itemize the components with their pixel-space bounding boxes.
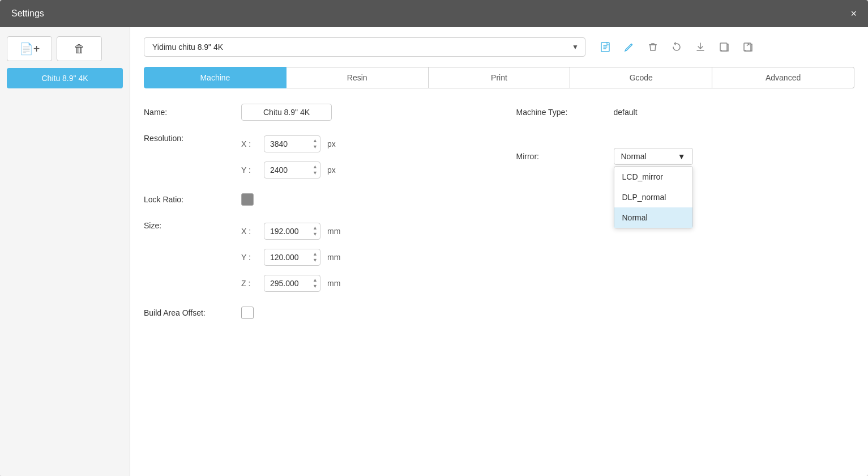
resolution-y-arrows: ▲ ▼ [311, 164, 319, 176]
size-label: Size: [144, 221, 234, 230]
tab-resin[interactable]: Resin [287, 67, 429, 88]
toolbar-icons [595, 36, 759, 58]
resolution-y-down[interactable]: ▼ [311, 170, 319, 176]
trash-icon [647, 41, 659, 53]
machine-type-label: Machine Type: [516, 108, 607, 117]
machine-type-value: default [614, 108, 638, 117]
right-column: Machine Type: default Mirror: Normal ▼ [516, 102, 855, 323]
size-z-down[interactable]: ▼ [311, 283, 319, 290]
size-z-spinner: ▲ ▼ [264, 275, 320, 292]
refresh-icon-button[interactable] [666, 36, 687, 58]
resolution-row: Resolution: X : ▲ ▼ [144, 131, 482, 180]
size-row: Size: X : ▲ ▼ [144, 219, 482, 294]
top-bar: Yidimu chitu 8.9" 4K ▼ [144, 36, 854, 58]
build-area-offset-row: Build Area Offset: [144, 303, 482, 323]
resolution-inputs: X : ▲ ▼ px [241, 134, 336, 180]
resolution-x-down[interactable]: ▼ [311, 144, 319, 150]
export-icon-button[interactable] [737, 36, 759, 58]
export-icon [742, 41, 754, 53]
add-profile-button[interactable]: 📄+ [7, 36, 52, 61]
name-label: Name: [144, 108, 234, 117]
machine-form: Name: Chitu 8.9" 4K Resolution: X : [144, 102, 854, 323]
size-y-row: Y : ▲ ▼ mm [241, 247, 340, 267]
add-icon: 📄+ [19, 42, 40, 56]
build-area-offset-label: Build Area Offset: [144, 308, 234, 317]
import-icon [719, 41, 730, 53]
mirror-option-dlp[interactable]: DLP_normal [614, 187, 692, 207]
svg-rect-1 [720, 43, 727, 51]
name-value: Chitu 8.9" 4K [241, 104, 332, 121]
delete-icon-button[interactable] [642, 36, 664, 58]
resolution-y-spinner: ▲ ▼ [264, 162, 320, 178]
size-y-unit: mm [327, 253, 340, 262]
size-x-up[interactable]: ▲ [311, 225, 319, 231]
mirror-dropdown-menu: LCD_mirror DLP_normal Normal [614, 166, 693, 228]
main-panel: Yidimu chitu 8.9" 4K ▼ [130, 27, 868, 476]
edit-icon-button[interactable] [618, 36, 640, 58]
new-icon [600, 41, 611, 53]
size-x-down[interactable]: ▼ [311, 231, 319, 237]
download-icon-button[interactable] [690, 36, 711, 58]
resolution-x-label: X : [241, 139, 257, 148]
resolution-y-unit: px [327, 165, 336, 175]
tab-advanced[interactable]: Advanced [712, 67, 854, 88]
resolution-label: Resolution: [144, 134, 234, 143]
window-title: Settings [11, 8, 44, 19]
mirror-option-lcd[interactable]: LCD_mirror [614, 167, 692, 187]
resolution-y-up[interactable]: ▲ [311, 164, 319, 170]
lock-ratio-row: Lock Ratio: [144, 189, 482, 210]
tab-gcode[interactable]: Gcode [570, 67, 712, 88]
delete-profile-button[interactable]: 🗑 [57, 36, 102, 61]
mirror-row: Mirror: Normal ▼ LCD_mirror DLP_normal N… [516, 146, 855, 167]
lock-ratio-checkbox[interactable] [241, 193, 254, 206]
size-inputs: X : ▲ ▼ mm [241, 221, 340, 294]
name-row: Name: Chitu 8.9" 4K [144, 102, 482, 122]
resolution-x-spinner: ▲ ▼ [264, 135, 320, 152]
resolution-x-row: X : ▲ ▼ px [241, 134, 336, 154]
sidebar: 📄+ 🗑 Chitu 8.9" 4K [0, 27, 130, 476]
mirror-dropdown-wrapper: Normal ▼ LCD_mirror DLP_normal Normal [614, 148, 693, 165]
size-x-unit: mm [327, 227, 340, 236]
size-z-up[interactable]: ▲ [311, 277, 319, 283]
size-y-arrows: ▲ ▼ [311, 251, 319, 264]
size-x-label: X : [241, 227, 257, 236]
size-y-spinner: ▲ ▼ [264, 249, 320, 266]
size-y-label: Y : [241, 253, 257, 262]
download-icon [695, 41, 706, 53]
machine-select[interactable]: Yidimu chitu 8.9" 4K [144, 37, 585, 57]
title-bar: Settings × [0, 0, 868, 27]
resolution-y-row: Y : ▲ ▼ px [241, 160, 336, 180]
refresh-icon [671, 41, 682, 53]
mirror-select-button[interactable]: Normal ▼ [614, 148, 693, 165]
delete-icon: 🗑 [74, 42, 85, 56]
size-z-label: Z : [241, 279, 257, 288]
close-button[interactable]: × [850, 8, 857, 19]
resolution-x-arrows: ▲ ▼ [311, 138, 319, 150]
mirror-option-normal[interactable]: Normal [614, 207, 692, 228]
size-x-arrows: ▲ ▼ [311, 225, 319, 237]
new-profile-icon-button[interactable] [595, 36, 616, 58]
content-area: 📄+ 🗑 Chitu 8.9" 4K Yidimu chitu 8.9" 4K … [0, 27, 868, 476]
sidebar-action-buttons: 📄+ 🗑 [7, 36, 123, 61]
tab-print[interactable]: Print [429, 67, 571, 88]
size-y-up[interactable]: ▲ [311, 251, 319, 257]
mirror-selected-value: Normal [621, 152, 647, 161]
size-x-row: X : ▲ ▼ mm [241, 221, 340, 241]
mirror-label: Mirror: [516, 152, 607, 161]
tab-machine[interactable]: Machine [144, 67, 287, 88]
edit-icon [623, 41, 635, 53]
size-z-row: Z : ▲ ▼ mm [241, 273, 340, 294]
size-y-down[interactable]: ▼ [311, 257, 319, 264]
import-icon-button[interactable] [713, 36, 735, 58]
build-area-offset-checkbox[interactable] [241, 307, 254, 319]
size-z-unit: mm [327, 279, 340, 288]
resolution-y-label: Y : [241, 165, 257, 175]
svg-rect-2 [744, 43, 751, 51]
profile-item[interactable]: Chitu 8.9" 4K [7, 68, 123, 88]
machine-select-wrapper: Yidimu chitu 8.9" 4K ▼ [144, 37, 585, 57]
left-column: Name: Chitu 8.9" 4K Resolution: X : [144, 102, 482, 323]
mirror-arrow-icon: ▼ [678, 152, 686, 161]
resolution-x-unit: px [327, 139, 336, 148]
settings-window: Settings × 📄+ 🗑 Chitu 8.9" 4K Yidimu chi… [0, 0, 868, 476]
resolution-x-up[interactable]: ▲ [311, 138, 319, 144]
